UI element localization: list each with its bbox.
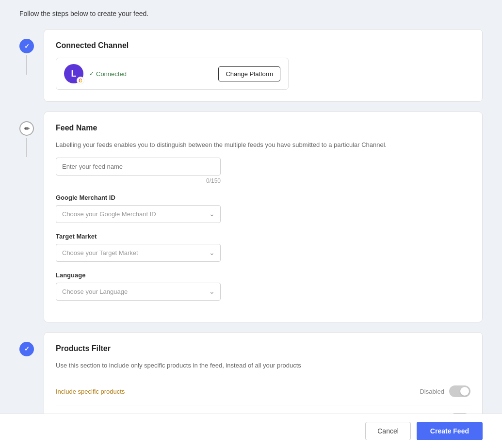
feed-name-description: Labelling your feeds enables you to dist…: [56, 140, 470, 150]
language-field-group: Language Choose your Language: [56, 272, 470, 301]
step-circle-1: ✓: [19, 39, 34, 53]
checkmark-icon-3: ✓: [24, 345, 30, 352]
page-subtitle: Follow the steps below to create your fe…: [19, 10, 483, 17]
merchant-id-select-wrapper: Choose your Google Merchant ID: [56, 205, 221, 223]
step-indicator-1: ✓: [19, 39, 34, 75]
step-line-2: [26, 138, 27, 157]
steps-container: ✓ Connected Channel L G Connected: [19, 29, 483, 445]
google-g-icon: G: [79, 78, 82, 83]
change-platform-button[interactable]: Change Platform: [218, 66, 280, 81]
cancel-button[interactable]: Cancel: [365, 422, 411, 440]
filter-row-specific: Include specific products Disabled: [56, 378, 470, 405]
connected-status: Connected: [89, 70, 127, 78]
checkmark-icon-1: ✓: [24, 43, 30, 50]
filter-right-specific: Disabled: [420, 385, 470, 397]
connected-channel-title: Connected Channel: [56, 41, 470, 50]
merchant-id-field-group: Google Merchant ID Choose your Google Me…: [56, 194, 470, 223]
channel-info: L G Connected: [64, 64, 127, 83]
step-line-1: [26, 55, 27, 75]
connected-channel-card: Connected Channel L G Connected Change P…: [44, 29, 483, 102]
google-badge: G: [77, 77, 84, 84]
target-market-label: Target Market: [56, 233, 470, 240]
page-container: Follow the steps below to create your fe…: [0, 0, 502, 448]
step-circle-3: ✓: [19, 342, 34, 356]
step-row-connected-channel: ✓ Connected Channel L G Connected: [19, 29, 483, 102]
avatar: L G: [64, 64, 83, 83]
products-filter-title: Products Filter: [56, 344, 470, 353]
language-label: Language: [56, 272, 470, 279]
specific-status: Disabled: [420, 388, 444, 395]
channel-row: L G Connected Change Platform: [56, 58, 289, 90]
step-circle-2: ✏: [19, 121, 34, 136]
language-select-wrapper: Choose your Language: [56, 283, 221, 301]
feed-name-title: Feed Name: [56, 124, 470, 132]
specific-toggle[interactable]: [449, 385, 470, 397]
target-market-field-group: Target Market Choose your Target Market: [56, 233, 470, 262]
step-indicator-2: ✏: [19, 121, 34, 157]
products-filter-description: Use this section to include only specifi…: [56, 361, 470, 370]
target-market-select[interactable]: Choose your Target Market: [56, 244, 221, 262]
feed-name-input[interactable]: [56, 158, 221, 176]
merchant-id-select[interactable]: Choose your Google Merchant ID: [56, 205, 221, 223]
include-specific-label: Include specific products: [56, 388, 125, 395]
avatar-letter: L: [71, 69, 77, 79]
language-select[interactable]: Choose your Language: [56, 283, 221, 301]
target-market-select-wrapper: Choose your Target Market: [56, 244, 221, 262]
create-feed-button[interactable]: Create Feed: [417, 422, 483, 440]
merchant-id-label: Google Merchant ID: [56, 194, 470, 201]
feed-name-field-group: 0/150: [56, 158, 470, 184]
step-row-feed-name: ✏ Feed Name Labelling your feeds enables…: [19, 112, 483, 322]
edit-icon: ✏: [24, 125, 30, 132]
step-indicator-3: ✓: [19, 342, 34, 356]
footer: Cancel Create Feed: [0, 414, 502, 448]
feed-name-card: Feed Name Labelling your feeds enables y…: [44, 112, 483, 322]
char-count: 0/150: [56, 177, 221, 184]
